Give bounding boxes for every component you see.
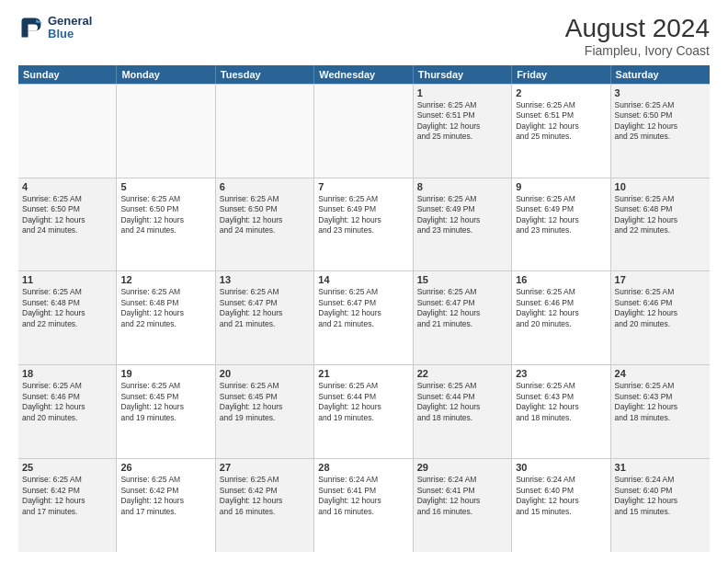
cal-cell-24: 24Sunrise: 6:25 AM Sunset: 6:43 PM Dayli… (611, 365, 710, 458)
cal-cell-5: 5Sunrise: 6:25 AM Sunset: 6:50 PM Daylig… (117, 178, 215, 271)
cell-info: Sunrise: 6:24 AM Sunset: 6:41 PM Dayligh… (417, 475, 507, 517)
cell-info: Sunrise: 6:25 AM Sunset: 6:50 PM Dayligh… (615, 100, 706, 143)
cal-cell-30: 30Sunrise: 6:24 AM Sunset: 6:40 PM Dayli… (512, 459, 610, 552)
cal-cell-empty (216, 85, 314, 178)
day-number: 18 (22, 368, 112, 379)
cal-cell-21: 21Sunrise: 6:25 AM Sunset: 6:44 PM Dayli… (314, 365, 413, 458)
cal-cell-19: 19Sunrise: 6:25 AM Sunset: 6:45 PM Dayli… (117, 365, 215, 458)
title-block: August 2024 Fiampleu, Ivory Coast (565, 15, 710, 58)
day-number: 14 (318, 274, 408, 285)
day-number: 2 (516, 87, 606, 98)
day-number: 27 (220, 462, 310, 473)
cal-cell-26: 26Sunrise: 6:25 AM Sunset: 6:42 PM Dayli… (117, 459, 215, 552)
day-number: 17 (615, 274, 706, 285)
cal-cell-27: 27Sunrise: 6:25 AM Sunset: 6:42 PM Dayli… (216, 459, 314, 552)
day-number: 3 (615, 87, 706, 98)
cal-cell-6: 6Sunrise: 6:25 AM Sunset: 6:50 PM Daylig… (216, 178, 314, 271)
cell-info: Sunrise: 6:25 AM Sunset: 6:49 PM Dayligh… (516, 194, 606, 236)
cal-cell-16: 16Sunrise: 6:25 AM Sunset: 6:46 PM Dayli… (512, 271, 610, 364)
cell-info: Sunrise: 6:25 AM Sunset: 6:47 PM Dayligh… (318, 287, 408, 329)
day-number: 26 (120, 462, 210, 473)
day-number: 5 (120, 181, 210, 192)
cal-cell-14: 14Sunrise: 6:25 AM Sunset: 6:47 PM Dayli… (314, 271, 413, 364)
cal-cell-25: 25Sunrise: 6:25 AM Sunset: 6:42 PM Dayli… (18, 459, 117, 552)
cell-info: Sunrise: 6:25 AM Sunset: 6:47 PM Dayligh… (417, 287, 507, 329)
cell-info: Sunrise: 6:25 AM Sunset: 6:42 PM Dayligh… (220, 475, 310, 517)
cell-info: Sunrise: 6:24 AM Sunset: 6:40 PM Dayligh… (516, 475, 606, 517)
cal-cell-22: 22Sunrise: 6:25 AM Sunset: 6:44 PM Dayli… (414, 365, 512, 458)
cell-info: Sunrise: 6:25 AM Sunset: 6:49 PM Dayligh… (318, 194, 408, 236)
cal-cell-empty (314, 85, 413, 178)
week-row-1: 1Sunrise: 6:25 AM Sunset: 6:51 PM Daylig… (18, 85, 710, 178)
header-cell-saturday: Saturday (611, 65, 710, 84)
cell-info: Sunrise: 6:25 AM Sunset: 6:44 PM Dayligh… (318, 381, 408, 423)
logo-icon (18, 15, 44, 40)
week-row-3: 11Sunrise: 6:25 AM Sunset: 6:48 PM Dayli… (18, 271, 710, 365)
cal-cell-23: 23Sunrise: 6:25 AM Sunset: 6:43 PM Dayli… (512, 365, 610, 458)
header-cell-sunday: Sunday (18, 65, 117, 84)
day-number: 16 (516, 274, 606, 285)
calendar: SundayMondayTuesdayWednesdayThursdayFrid… (18, 65, 710, 552)
cal-cell-18: 18Sunrise: 6:25 AM Sunset: 6:46 PM Dayli… (18, 365, 117, 458)
cell-info: Sunrise: 6:25 AM Sunset: 6:46 PM Dayligh… (516, 287, 606, 329)
cell-info: Sunrise: 6:25 AM Sunset: 6:45 PM Dayligh… (120, 381, 210, 423)
cell-info: Sunrise: 6:25 AM Sunset: 6:42 PM Dayligh… (120, 475, 210, 517)
week-row-5: 25Sunrise: 6:25 AM Sunset: 6:42 PM Dayli… (18, 459, 710, 552)
week-row-2: 4Sunrise: 6:25 AM Sunset: 6:50 PM Daylig… (18, 178, 710, 272)
day-number: 31 (615, 462, 706, 473)
day-number: 4 (22, 181, 112, 192)
day-number: 10 (615, 181, 706, 192)
cal-cell-3: 3Sunrise: 6:25 AM Sunset: 6:50 PM Daylig… (611, 85, 710, 178)
day-number: 15 (417, 274, 507, 285)
cal-cell-31: 31Sunrise: 6:24 AM Sunset: 6:40 PM Dayli… (611, 459, 710, 552)
cal-cell-empty (117, 85, 215, 178)
header: General Blue August 2024 Fiampleu, Ivory… (18, 15, 710, 58)
cal-cell-2: 2Sunrise: 6:25 AM Sunset: 6:51 PM Daylig… (512, 85, 610, 178)
cell-info: Sunrise: 6:25 AM Sunset: 6:50 PM Dayligh… (120, 194, 210, 236)
header-cell-thursday: Thursday (414, 65, 512, 84)
day-number: 22 (417, 368, 507, 379)
calendar-body: 1Sunrise: 6:25 AM Sunset: 6:51 PM Daylig… (18, 84, 710, 552)
cell-info: Sunrise: 6:25 AM Sunset: 6:47 PM Dayligh… (220, 287, 310, 329)
logo: General Blue (18, 15, 92, 41)
cell-info: Sunrise: 6:25 AM Sunset: 6:43 PM Dayligh… (516, 381, 606, 423)
day-number: 1 (417, 87, 507, 98)
day-number: 28 (318, 462, 408, 473)
day-number: 23 (516, 368, 606, 379)
day-number: 13 (220, 274, 310, 285)
day-number: 8 (417, 181, 507, 192)
logo-line2: Blue (48, 28, 92, 40)
cal-cell-9: 9Sunrise: 6:25 AM Sunset: 6:49 PM Daylig… (512, 178, 610, 271)
cal-cell-8: 8Sunrise: 6:25 AM Sunset: 6:49 PM Daylig… (414, 178, 512, 271)
day-number: 24 (615, 368, 706, 379)
cell-info: Sunrise: 6:25 AM Sunset: 6:46 PM Dayligh… (22, 381, 112, 423)
cal-cell-28: 28Sunrise: 6:24 AM Sunset: 6:41 PM Dayli… (314, 459, 413, 552)
cal-cell-4: 4Sunrise: 6:25 AM Sunset: 6:50 PM Daylig… (18, 178, 117, 271)
cell-info: Sunrise: 6:25 AM Sunset: 6:48 PM Dayligh… (120, 287, 210, 329)
cal-cell-empty (18, 85, 117, 178)
header-cell-friday: Friday (512, 65, 610, 84)
cell-info: Sunrise: 6:25 AM Sunset: 6:50 PM Dayligh… (220, 194, 310, 236)
cell-info: Sunrise: 6:25 AM Sunset: 6:49 PM Dayligh… (417, 194, 507, 236)
logo-text: General Blue (48, 15, 92, 41)
day-number: 11 (22, 274, 112, 285)
day-number: 25 (22, 462, 112, 473)
cal-cell-13: 13Sunrise: 6:25 AM Sunset: 6:47 PM Dayli… (216, 271, 314, 364)
week-row-4: 18Sunrise: 6:25 AM Sunset: 6:46 PM Dayli… (18, 365, 710, 459)
cell-info: Sunrise: 6:25 AM Sunset: 6:48 PM Dayligh… (22, 287, 112, 329)
cal-cell-1: 1Sunrise: 6:25 AM Sunset: 6:51 PM Daylig… (414, 85, 512, 178)
cal-cell-10: 10Sunrise: 6:25 AM Sunset: 6:48 PM Dayli… (611, 178, 710, 271)
cell-info: Sunrise: 6:25 AM Sunset: 6:50 PM Dayligh… (22, 194, 112, 236)
cell-info: Sunrise: 6:25 AM Sunset: 6:43 PM Dayligh… (615, 381, 706, 423)
day-number: 7 (318, 181, 408, 192)
cell-info: Sunrise: 6:25 AM Sunset: 6:48 PM Dayligh… (615, 194, 706, 236)
header-cell-tuesday: Tuesday (216, 65, 314, 84)
day-number: 21 (318, 368, 408, 379)
cal-cell-7: 7Sunrise: 6:25 AM Sunset: 6:49 PM Daylig… (314, 178, 413, 271)
cell-info: Sunrise: 6:25 AM Sunset: 6:42 PM Dayligh… (22, 475, 112, 517)
cell-info: Sunrise: 6:24 AM Sunset: 6:41 PM Dayligh… (318, 475, 408, 517)
cell-info: Sunrise: 6:25 AM Sunset: 6:51 PM Dayligh… (516, 100, 606, 143)
page: General Blue August 2024 Fiampleu, Ivory… (0, 0, 728, 563)
calendar-title: August 2024 (565, 15, 710, 43)
cell-info: Sunrise: 6:25 AM Sunset: 6:45 PM Dayligh… (220, 381, 310, 423)
